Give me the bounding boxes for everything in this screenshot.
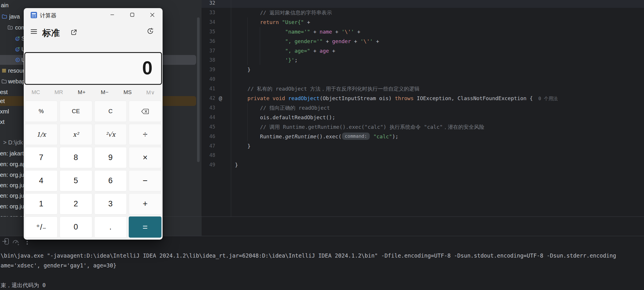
key-⁺/₋[interactable]: ⁺/₋ [25,216,58,238]
gutter-separator [231,0,231,216]
key-3[interactable]: 3 [94,193,127,214]
tree-item[interactable]: en: org.jun [0,172,27,178]
line-number[interactable]: 44 [202,113,215,122]
close-button[interactable] [143,8,161,21]
tree-scrollbar[interactable] [197,17,200,162]
maximize-button[interactable] [123,8,141,21]
key-−[interactable]: − [129,170,161,191]
code-line[interactable]: } [235,141,251,151]
line-number[interactable]: 38 [202,55,215,65]
minimize-button[interactable] [103,8,122,21]
code-line[interactable]: // 调用 Runtime.getRuntime().exec("calc") … [235,122,484,132]
line-number[interactable]: 37 [202,46,215,56]
key-7[interactable]: 7 [25,147,58,168]
keep-on-top-icon[interactable] [71,29,77,36]
memory-button-M+[interactable]: M+ [70,87,93,98]
gauge-icon[interactable] [12,237,20,245]
key-1[interactable]: 1 [25,193,58,214]
key-4[interactable]: 4 [25,170,58,191]
tree-item[interactable]: xt [0,119,5,125]
tree-item[interactable]: en: org.jun [0,182,27,189]
key-1/x[interactable]: 1/x [25,124,58,145]
tree-item[interactable]: java [9,13,20,20]
line-number[interactable]: 48 [202,150,215,160]
line-number[interactable]: 49 [202,160,215,170]
line-number[interactable]: 43 [202,103,215,113]
key-+[interactable]: + [129,193,161,214]
calculator-mode-label[interactable]: 标准 [42,27,60,39]
key-=[interactable]: = [129,216,161,238]
key-8[interactable]: 8 [60,147,92,168]
class-run-icon: C [15,47,20,52]
key-6[interactable]: 6 [94,170,127,191]
console-output: \bin\java.exe "-javaagent:D:\idea\Intell… [1,251,616,290]
line-number[interactable]: 32 [202,0,215,8]
line-number[interactable]: 47 [202,141,215,151]
tree-item[interactable]: est [0,89,8,96]
code-line[interactable]: return "User{" + [235,17,310,27]
tree-item[interactable]: en: jakarta [0,150,27,157]
key-0[interactable]: 0 [60,216,92,238]
key-2[interactable]: 2 [60,193,92,214]
line-number[interactable]: 33 [202,8,215,17]
code-line[interactable]: } [235,160,238,170]
code-line[interactable]: // 指向正确的 readObject [235,103,330,113]
tree-item[interactable]: et [0,98,5,104]
console-line: \bin\java.exe "-javaagent:D:\idea\Intell… [1,251,616,260]
key-²√x[interactable]: ²√x [94,124,127,145]
tree-item[interactable]: en: org.op [0,214,26,217]
code-line[interactable]: // 私有的 readObject 方法，用于在反序列化时执行一些自定义的逻辑 [235,84,419,93]
tree-item[interactable]: > D:\jdk [3,139,23,146]
tree-item[interactable]: ain [1,2,9,9]
key-×[interactable]: × [129,147,161,168]
memory-button-M∨[interactable]: M∨ [139,87,162,98]
tree-item[interactable]: en: org.jun [0,192,27,199]
key-x²[interactable]: x² [60,124,92,145]
key-CE[interactable]: CE [60,101,92,122]
memory-button-MR[interactable]: MR [47,87,70,98]
class-run-icon: C [15,36,20,41]
memory-buttons-row: MCMRM+M−MSM∨ [24,87,162,98]
code-line[interactable]: Runtime.getRuntime().exec(command: "calc… [235,132,398,141]
code-line[interactable]: ", gender='" + gender + '\'' + [235,36,379,46]
line-number[interactable]: 42 [202,93,215,103]
key-5[interactable]: 5 [60,170,92,191]
backspace-key[interactable] [129,101,161,122]
code-line[interactable]: ", age=" + age + [235,46,335,56]
calculator-window: 计算器 标准 [24,8,163,240]
console-line: ame='xdsec', gender='gay1', age=30} [1,260,616,270]
line-number[interactable]: 45 [202,122,215,132]
key-÷[interactable]: ÷ [129,124,161,145]
line-number[interactable]: 39 [202,65,215,74]
memory-button-M−[interactable]: M− [93,87,116,98]
line-number[interactable]: 46 [202,132,215,141]
key-9[interactable]: 9 [94,147,127,168]
code-line[interactable]: "name='" + name + '\'' + [235,27,360,36]
key-.[interactable]: . [94,216,127,238]
calculator-titlebar[interactable]: 计算器 [24,8,163,22]
tree-item[interactable]: xml [0,108,9,115]
code-line[interactable]: } [235,65,251,74]
code-editor[interactable]: 3233 // 返回对象信息的字符串表示34 return "User{" +3… [202,0,644,216]
code-line[interactable]: '}'; [235,55,298,65]
memory-button-MC[interactable]: MC [24,87,47,98]
code-line[interactable]: // 返回对象信息的字符串表示 [235,8,332,17]
calculator-app-icon [31,12,37,18]
line-number[interactable]: 41 [202,84,215,93]
line-number[interactable]: 34 [202,17,215,27]
code-line[interactable]: ois.defaultReadObject(); [235,113,335,122]
folder-icon [1,79,7,84]
key-%[interactable]: % [25,101,58,122]
tree-item[interactable]: en: org.jun [0,203,27,210]
code-line[interactable]: private void readObject(ObjectInputStrea… [235,93,558,103]
jump-to-icon[interactable] [2,237,10,245]
history-icon[interactable] [146,27,154,35]
key-C[interactable]: C [94,101,127,122]
line-number[interactable]: 40 [202,74,215,84]
annotation-gutter-icon[interactable]: @ [217,93,224,103]
memory-button-MS[interactable]: MS [116,87,139,98]
tree-item[interactable]: en: org.ap [0,161,26,168]
hamburger-menu-icon[interactable] [30,28,38,35]
line-number[interactable]: 36 [202,36,215,46]
line-number[interactable]: 35 [202,27,215,36]
